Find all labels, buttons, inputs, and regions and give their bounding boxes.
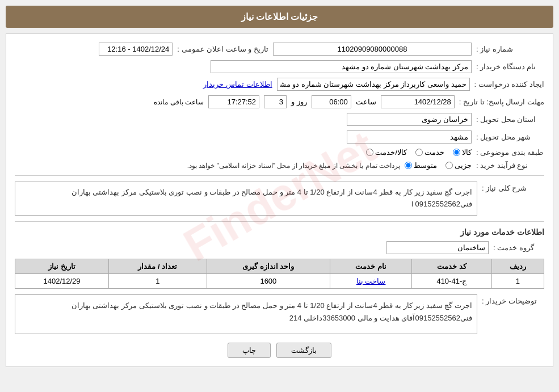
divider-2 [15,221,544,222]
category-radio-group: کالا خدمت کالا/خدمت [366,148,472,157]
back-button[interactable]: بازگشت [276,343,331,358]
announcement-label: تاریخ و ساعت اعلان عمومی : [177,45,268,53]
col-date: تاریخ نیاز [15,259,109,273]
deadline-date-input[interactable] [381,95,455,108]
col-code: کد خدمت [412,259,491,273]
delivery-city-row: شهر محل تحویل : [15,130,544,144]
group-service-label: گروه خدمت : [493,243,544,252]
services-section-title: اطلاعات خدمات مورد نیاز [15,227,544,237]
cell-unit: 1600 [207,273,330,288]
category-row: طبقه بندی موضوعی : کالا خدمت کالا/خدمت [15,148,544,157]
services-table: ردیف کد خدمت نام خدمت واحد اندازه گیری ت… [15,259,544,289]
purchase-jozi-radio[interactable] [445,162,453,169]
purchase-motavasset-radio[interactable] [405,162,412,169]
purchase-type-label: نوع فرآیند خرید : [476,161,544,170]
purchase-type-radio-group: جزیی متوسط [405,161,472,170]
need-description-label: شرح کلی نیاز : [482,182,544,192]
deadline-day-label: روز و [291,98,307,106]
creator-label: ایجاد کننده درخواست : [474,80,544,88]
need-number-label: شماره نیاز : [476,45,544,53]
purchase-jozi[interactable]: جزیی [445,161,472,170]
category-option-kala[interactable]: کالا [453,148,472,157]
category-khedmat-label: خدمت [424,148,444,157]
deadline-label: مهلت ارسال پاسخ: تا تاریخ : [459,98,544,106]
purchase-motavasset-label: متوسط [414,161,437,170]
main-card: شماره نیاز : تاریخ و ساعت اعلان عمومی : … [6,33,553,367]
cell-code: ج-41-410 [412,273,491,288]
category-khedmat-radio[interactable] [415,149,423,156]
page-wrapper: FinderNet جزئیات اطلاعات نیاز شماره نیاز… [0,0,559,392]
deadline-time-input[interactable] [312,95,351,108]
delivery-city-label: شهر محل تحویل : [476,133,544,141]
delivery-province-label: استان محل تحویل : [476,115,544,124]
remaining-label: ساعت باقی مانده [154,98,204,106]
need-number-input[interactable] [273,43,472,56]
delivery-city-input[interactable] [347,130,472,144]
category-option-kala-khedmat[interactable]: کالا/خدمت [366,148,407,157]
bottom-buttons: بازگشت چاپ [15,343,544,358]
cell-row: 1 [491,273,544,288]
delivery-province-row: استان محل تحویل : [15,113,544,126]
divider-1 [15,175,544,176]
page-title: جزئیات اطلاعات نیاز [241,12,318,22]
table-header-row: ردیف کد خدمت نام خدمت واحد اندازه گیری ت… [15,259,544,273]
creator-contact-link[interactable]: اطلاعات تماس خریدار [203,80,272,88]
need-description-box: اجرت گچ سفید زیر کار به قطر 4سانت از ارت… [15,182,477,216]
deadline-row: مهلت ارسال پاسخ: تا تاریخ : ساعت روز و س… [15,95,544,108]
category-kala-khedmat-radio[interactable] [366,149,373,156]
purchase-motavasset[interactable]: متوسط [405,161,437,170]
deadline-days-input[interactable] [264,95,287,108]
purchase-type-note: پرداخت تمام یا بخشی از مبلغ خریدار از مح… [187,162,400,170]
buyer-org-input[interactable] [211,60,472,73]
creator-row: ایجاد کننده درخواست : اطلاعات تماس خریدا… [15,78,544,91]
col-name: نام خدمت [330,259,412,273]
buyer-notes-box: اجرت گچ سفید زیر کار به قطر 4سانت از ارت… [15,294,477,334]
group-service-row: گروه خدمت : [15,241,544,254]
need-number-row: شماره نیاز : تاریخ و ساعت اعلان عمومی : [15,43,544,56]
announcement-datetime-input[interactable] [99,43,173,56]
col-qty: تعداد / مقدار [109,259,207,273]
buyer-notes-row: توضیحات خریدار : اجرت گچ سفید زیر کار به… [15,294,544,334]
category-kala-radio[interactable] [453,149,460,156]
col-unit: واحد اندازه گیری [207,259,330,273]
category-kala-label: کالا [462,148,472,157]
purchase-jozi-label: جزیی [455,161,472,170]
buyer-notes-label: توضیحات خریدار : [482,294,544,305]
page-header: جزئیات اطلاعات نیاز [6,6,553,28]
deadline-remaining-input[interactable] [208,95,259,108]
table-row: 1 ج-41-410 ساخت بنا 1600 1 1402/12/29 [15,273,544,288]
print-button[interactable]: چاپ [228,343,271,358]
category-kala-khedmat-label: کالا/خدمت [375,148,407,157]
purchase-type-row: نوع فرآیند خرید : جزیی متوسط پرداخت تمام… [15,161,544,170]
cell-qty: 1 [109,273,207,288]
need-description-row: شرح کلی نیاز : اجرت گچ سفید زیر کار به ق… [15,182,544,216]
col-row: ردیف [491,259,544,273]
group-service-input[interactable] [386,241,489,254]
cell-name[interactable]: ساخت بنا [330,273,412,288]
category-option-khedmat[interactable]: خدمت [415,148,444,157]
creator-input[interactable] [277,78,470,91]
deadline-time-label: ساعت [356,98,376,106]
cell-date: 1402/12/29 [15,273,109,288]
category-label: طبقه بندی موضوعی : [476,148,544,157]
delivery-province-input[interactable] [347,113,472,126]
buyer-org-row: نام دستگاه خریدار : [15,60,544,73]
buyer-org-label: نام دستگاه خریدار : [476,62,544,71]
